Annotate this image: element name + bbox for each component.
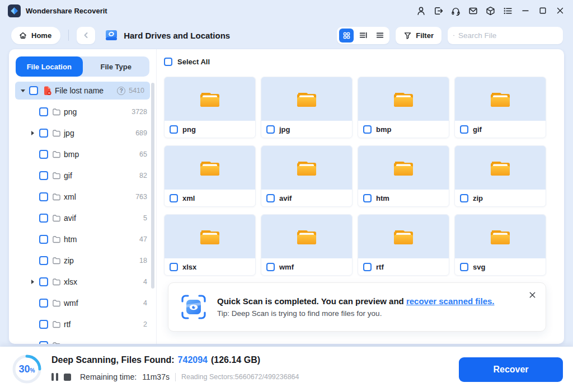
folder-card-xml[interactable]: xml: [164, 145, 256, 207]
minimize-icon: [521, 6, 530, 15]
card-checkbox[interactable]: [363, 194, 372, 202]
tree-item-bmp[interactable]: bmp 65: [9, 144, 156, 165]
folder-card-jpg[interactable]: jpg: [261, 77, 353, 138]
stop-button[interactable]: [64, 374, 71, 381]
expand-caret-icon[interactable]: [31, 280, 34, 284]
folder-card-zip[interactable]: zip: [454, 145, 546, 207]
filter-button[interactable]: Filter: [396, 27, 442, 44]
resources-button[interactable]: [483, 3, 498, 18]
minimize-button[interactable]: [518, 3, 533, 18]
tree-item-xml[interactable]: xml 763: [9, 186, 156, 207]
folder-card-wmf[interactable]: wmf: [261, 214, 353, 276]
tree-item-checkbox[interactable]: [39, 341, 48, 344]
folder-card-htm[interactable]: htm: [358, 145, 449, 207]
sidebar-scrollbar[interactable]: [151, 83, 154, 289]
grid-view-button[interactable]: [339, 29, 354, 42]
stop-icon: [64, 374, 71, 381]
support-button[interactable]: [448, 3, 463, 18]
folder-card-bmp[interactable]: bmp: [358, 77, 449, 138]
tree-root-file-lost-name[interactable]: File lost name ? 5410: [15, 82, 150, 100]
folder-card-png[interactable]: png: [164, 77, 256, 138]
files-found-size: (126.14 GB): [211, 355, 260, 365]
list-view-button[interactable]: [373, 29, 387, 42]
notification-tip: Tip: Deep Scan is trying to find more fi…: [217, 309, 495, 318]
card-checkbox[interactable]: [266, 263, 275, 271]
select-all-checkbox[interactable]: [164, 58, 172, 66]
progress-percent: 30%: [11, 353, 43, 385]
toolbar: Home Hard Drives and Locations: [0, 21, 573, 49]
folder-card-svg[interactable]: svg: [454, 214, 546, 276]
scan-status-bar: 30% Deep Scanning, Files Found: 742094 (…: [0, 347, 573, 392]
tree-item-wmf[interactable]: wmf 4: [9, 292, 156, 314]
folder-card-gif[interactable]: gif: [454, 77, 546, 138]
tree-item-rtf[interactable]: rtf 2: [9, 314, 156, 335]
card-checkbox[interactable]: [170, 125, 178, 134]
help-icon[interactable]: ?: [117, 87, 125, 95]
folder-card-avif[interactable]: avif: [261, 145, 353, 207]
export-button[interactable]: [431, 3, 446, 18]
tree-item-checkbox[interactable]: [39, 320, 48, 329]
tree-item-checkbox[interactable]: [39, 107, 48, 116]
home-label: Home: [31, 31, 51, 40]
toolbar-divider: [68, 30, 69, 41]
pause-button[interactable]: [51, 373, 58, 381]
maximize-button[interactable]: [535, 3, 550, 18]
menu-button[interactable]: [500, 3, 515, 18]
notification-text: Quick Scan is completed. You can preview…: [217, 296, 495, 318]
tree-item-checkbox[interactable]: [39, 256, 48, 265]
tree-item-xlsx[interactable]: xlsx 4: [9, 271, 156, 292]
tree-root-checkbox[interactable]: [29, 86, 38, 95]
card-checkbox[interactable]: [170, 194, 178, 202]
card-checkbox[interactable]: [266, 194, 275, 202]
folder-icon: [52, 129, 61, 138]
home-button[interactable]: Home: [11, 27, 60, 44]
folder-grid: png jpg bmp gif xml avif: [164, 77, 564, 276]
card-checkbox[interactable]: [460, 263, 468, 271]
folder-card-rtf[interactable]: rtf: [358, 214, 449, 276]
search-icon: [453, 31, 454, 40]
collapse-caret-icon[interactable]: [21, 89, 25, 92]
tree-item-checkbox[interactable]: [39, 299, 48, 308]
tree-item-checkbox[interactable]: [39, 150, 48, 159]
expand-caret-icon[interactable]: [31, 131, 34, 135]
folder-large-icon: [487, 225, 514, 248]
back-button[interactable]: [77, 27, 95, 44]
tree-item-htm[interactable]: htm 47: [9, 229, 156, 250]
pause-icon: [51, 373, 58, 381]
chevron-left-icon: [82, 31, 90, 39]
folder-icon: [52, 256, 61, 265]
tree-item-checkbox[interactable]: [39, 192, 48, 201]
scan-progress-ring: 30%: [11, 353, 43, 385]
tree-item-partial[interactable]: [9, 335, 156, 344]
tree-item-png[interactable]: png 3728: [9, 101, 156, 122]
tree-item-avif[interactable]: avif 5: [9, 207, 156, 229]
account-button[interactable]: [414, 3, 429, 18]
headset-icon: [451, 6, 461, 16]
notification-close-button[interactable]: [525, 288, 539, 301]
tree-item-checkbox[interactable]: [39, 235, 48, 244]
card-checkbox[interactable]: [460, 194, 468, 202]
card-checkbox[interactable]: [266, 125, 275, 134]
tab-file-type[interactable]: File Type: [83, 56, 150, 77]
recover-scanned-files-link[interactable]: recover scanned files.: [406, 296, 495, 306]
feedback-button[interactable]: [466, 3, 481, 18]
card-checkbox[interactable]: [170, 263, 178, 271]
folder-icon: [52, 192, 61, 201]
tree-item-zip[interactable]: zip 18: [9, 250, 156, 271]
card-checkbox[interactable]: [363, 263, 372, 271]
tree-item-checkbox[interactable]: [39, 129, 48, 138]
search-input[interactable]: [458, 31, 557, 40]
detail-view-button[interactable]: [356, 29, 370, 42]
card-checkbox[interactable]: [460, 125, 468, 134]
card-checkbox[interactable]: [363, 125, 372, 134]
tree-item-checkbox[interactable]: [39, 214, 48, 223]
recover-button[interactable]: Recover: [459, 357, 563, 382]
tab-file-location[interactable]: File Location: [16, 56, 83, 77]
list-menu-icon: [503, 6, 513, 16]
tree-item-jpg[interactable]: jpg 689: [9, 122, 156, 144]
tree-item-gif[interactable]: gif 82: [9, 165, 156, 186]
tree-item-checkbox[interactable]: [39, 171, 48, 180]
close-button[interactable]: [552, 3, 567, 18]
folder-card-xlsx[interactable]: xlsx: [164, 214, 256, 276]
tree-item-checkbox[interactable]: [39, 277, 48, 286]
